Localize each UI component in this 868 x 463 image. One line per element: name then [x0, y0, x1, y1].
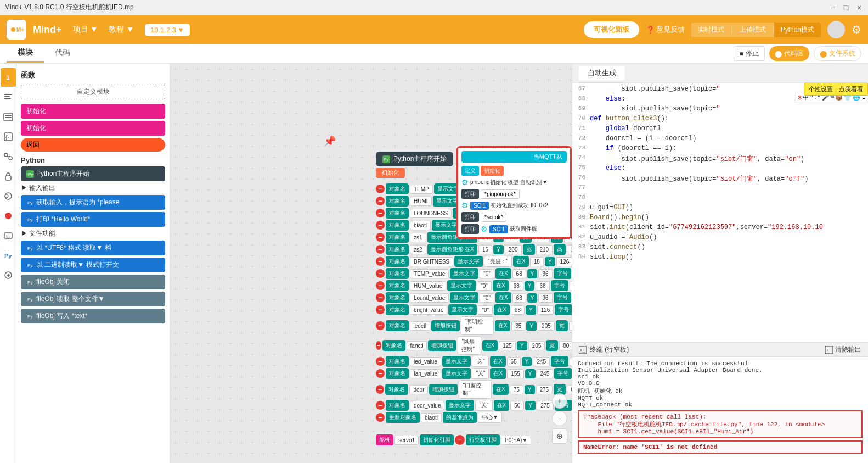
clear-output-button[interactable]: × 清除输出: [825, 345, 861, 354]
popup-row-1: ⚙ pinpong初始化 板型 自动识别▼: [461, 178, 567, 187]
servo-block[interactable]: 舵机 servo1 初始化引脚 − 行空板引脚 P0(~A)▼: [376, 434, 531, 445]
table-row[interactable]: − 对象名 fanctl 增加按钮 "风扇控制" 在X 125 Y 205 宽 …: [376, 336, 572, 355]
upload-mode[interactable]: 上传模式: [733, 23, 773, 37]
table-row[interactable]: − 对象名 BRIGHTNESS 显示文字 "亮度：" 在X 18 Y 126 …: [376, 256, 572, 267]
table-row[interactable]: − 对象名 zs2 显示圆角矩形 在X 15 Y 200 宽 210 高 110…: [376, 244, 572, 255]
zoom-in-button[interactable]: +: [552, 393, 567, 409]
sidebar-item-expand[interactable]: [1, 266, 16, 285]
svg-rect-4: [4, 96, 10, 97]
minus-circle: −: [455, 435, 465, 445]
sidebar-item-func[interactable]: fn: [1, 226, 16, 245]
block-fileobj-read[interactable]: Py fileObj 读取 整个文件▼: [21, 292, 165, 306]
code-tab-auto[interactable]: 自动生成: [579, 66, 625, 80]
gear-icon-popup3: ⚙: [481, 225, 488, 233]
table-row[interactable]: − 更新对象名 biaoti 的基准点为 中心▼: [376, 412, 572, 423]
block-return[interactable]: 返回: [21, 138, 165, 152]
file-system-button[interactable]: ⬤ 文件系统: [814, 46, 861, 61]
code-line-69: 69 siot.publish_save(topic=": [574, 105, 866, 115]
python-mode[interactable]: Python模式: [774, 23, 821, 37]
version-selector[interactable]: 10.1.2.3 ▼: [145, 24, 190, 36]
menu-tutorial[interactable]: 教程 ▼: [104, 23, 138, 37]
logo: M+: [7, 20, 26, 40]
block-get-input[interactable]: Py 获取输入，提示语为 *please: [21, 195, 165, 210]
zoom-out-button[interactable]: −: [552, 411, 567, 426]
stop-icon: ■: [740, 50, 743, 58]
popup-row-2: 打印 *pinpong ok*: [461, 189, 567, 199]
sidebar-item-lock[interactable]: [1, 167, 16, 186]
panel-button[interactable]: 可视化面板: [584, 21, 639, 38]
right-panel: 自动生成 个性设置，点我看看 S 中 °.° 🎤 ⌨ 📦 👕 🌐 ☁ 67: [572, 64, 868, 463]
table-row[interactable]: − 对象名 door 增加按钮 "门窗控制" 在X 75 Y 275 宽 80 …: [376, 380, 572, 399]
table-row[interactable]: − 对象名 door_value 显示文字 "关" 在X 50 Y 275 字号…: [376, 400, 572, 411]
table-row[interactable]: − 对象名 HUM_value 显示文字 "0" 在X 68 Y 66 字号 1…: [376, 280, 572, 291]
sidebar-item-list[interactable]: [1, 108, 16, 126]
block-init-2[interactable]: 初始化: [21, 121, 165, 136]
sidebar-item-group[interactable]: [1, 147, 16, 166]
pin-icon[interactable]: 📌: [324, 135, 336, 147]
drag-mode-button[interactable]: ⊕: [552, 428, 567, 444]
settings-icon[interactable]: ⚙: [852, 23, 861, 36]
table-row[interactable]: − 对象名 Lound_value 显示文字 "0" 在X 68 Y 96 字号…: [376, 292, 572, 303]
gear-icon-popup2: ⚙: [461, 201, 469, 210]
svg-text:Py: Py: [27, 263, 32, 268]
feedback-link[interactable]: ❓ 意见反馈: [646, 25, 685, 35]
header: M+ Mind+ 项目 ▼ 教程 ▼ 10.1.2.3 ▼ 可视化面板 ❓ 意见…: [0, 15, 868, 44]
code-area-button[interactable]: ⬤ 代码区: [769, 46, 809, 61]
svg-text:×: ×: [826, 348, 829, 353]
tab-code[interactable]: 代码: [44, 44, 81, 63]
block-fileobj-write[interactable]: Py fileObj 写入 *text*: [21, 309, 165, 323]
svg-text:fn: fn: [6, 234, 10, 239]
sidebar-item-var[interactable]: [1, 207, 16, 225]
python-main-block[interactable]: Py Python主程序开始 初始化: [376, 152, 453, 180]
block-python-main[interactable]: Py Python主程序开始: [21, 166, 165, 181]
code-line-75: 75 else:: [574, 164, 866, 174]
table-row[interactable]: − 对象名 ledctl 增加按钮 "照明控制" 在X 35 Y 205 宽 8…: [376, 316, 572, 335]
avatar[interactable]: [827, 21, 845, 38]
code-line-84: 84 siot.loop(): [574, 253, 866, 263]
block-init-1[interactable]: 初始化: [21, 104, 165, 119]
svg-point-17: [5, 213, 12, 219]
sidebar-item-dict[interactable]: {}: [1, 127, 16, 146]
popup-row-3: ⚙ SCI1 初始化直到成功 ID: 0x2: [461, 201, 567, 210]
block-read-utf8[interactable]: Py 以 *UTF8* 格式 读取▼ 档: [21, 241, 165, 255]
sidebar-item-set[interactable]: [1, 187, 16, 205]
realtime-mode[interactable]: 实时模式: [691, 23, 731, 37]
svg-rect-14: [5, 176, 11, 180]
block-section-io[interactable]: ▶ 输入输出: [21, 183, 165, 193]
table-row[interactable]: − 对象名 TEMP_value 显示文字 "0" 在X 68 Y 36 字号 …: [376, 268, 572, 279]
close-button[interactable]: ×: [855, 3, 864, 12]
terminal-line: Initialization Sensor Universal Adapter …: [578, 367, 863, 373]
svg-text:Py: Py: [27, 297, 32, 302]
sidebar-item-python[interactable]: Py: [1, 246, 16, 265]
popup-row-5: 打印 ⚙ SCI1 获取固件版: [461, 224, 567, 234]
svg-text:Py: Py: [27, 246, 32, 251]
block-fileobj-close[interactable]: Py fileObj 关闭: [21, 275, 165, 289]
svg-text:M+: M+: [16, 27, 24, 33]
left-sidebar: 1 {} fn Py: [0, 64, 16, 463]
sidebar-item-number[interactable]: 1: [1, 68, 16, 87]
table-row[interactable]: − 对象名 fan_value 显示文字 "关" 在X 155 Y 245 字号…: [376, 368, 572, 379]
panel-title: 函数: [21, 70, 165, 80]
canvas-area[interactable]: 📌 Py Python主程序开始 初始化 − 对象名 TEMP 显示文字 "温: [170, 64, 572, 463]
block-section-file[interactable]: ▶ 文件功能: [21, 229, 165, 238]
menu-project[interactable]: 项目 ▼: [69, 23, 103, 37]
sidebar-item-text[interactable]: [1, 88, 16, 107]
maximize-button[interactable]: □: [842, 3, 850, 12]
svg-text:Py: Py: [27, 217, 32, 222]
block-print[interactable]: Py 打印 *Hello World*: [21, 212, 165, 227]
table-row[interactable]: − 对象名 bright_value 显示文字 "0" 在X 68 Y 126 …: [376, 304, 572, 315]
minimize-button[interactable]: −: [828, 3, 837, 12]
code-area[interactable]: 个性设置，点我看看 S 中 °.° 🎤 ⌨ 📦 👕 🌐 ☁ 67 siot.pu…: [572, 83, 868, 342]
table-row[interactable]: − 对象名 led_value 显示文字 "关" 在X 65 Y 245 字号 …: [376, 356, 572, 367]
terminal-line: MQTT ok: [578, 395, 863, 401]
stop-button[interactable]: ■ 停止: [734, 46, 765, 61]
init-label: 初始化: [376, 168, 405, 178]
code-line-73: 73 if (doorctl == 1):: [574, 144, 866, 154]
main-area: 1 {} fn Py 函数: [0, 64, 868, 463]
canvas-controls: + − ⊕: [552, 393, 567, 444]
code-tooltip: 个性设置，点我看看: [804, 83, 868, 96]
code-line-70: 70 def button_click3():: [574, 115, 866, 125]
tab-module[interactable]: 模块: [7, 44, 44, 63]
block-read-binary[interactable]: Py 以 二进制读取▼ 模式打开文: [21, 258, 165, 272]
custom-module-button[interactable]: 自定义模块: [21, 85, 165, 99]
